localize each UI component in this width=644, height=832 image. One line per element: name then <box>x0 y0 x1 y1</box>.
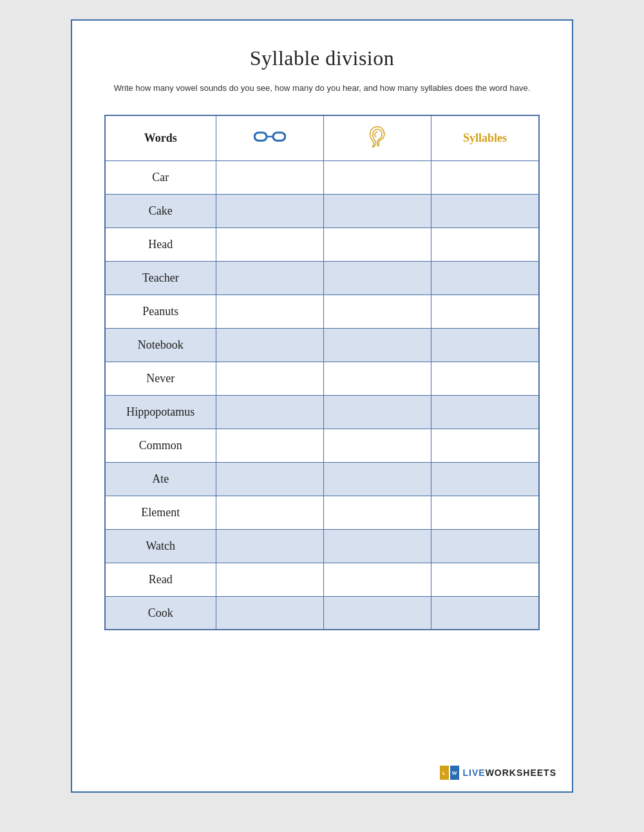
word-cell: Cook <box>105 596 216 630</box>
table-row: Read <box>105 563 539 596</box>
syllables-cell[interactable] <box>431 227 539 261</box>
hear-cell[interactable] <box>323 227 431 261</box>
header-see <box>216 115 323 161</box>
page-title: Syllable division <box>104 46 540 70</box>
see-cell[interactable] <box>216 496 323 529</box>
see-cell[interactable] <box>216 295 323 328</box>
logo-badge-left: L <box>440 766 449 780</box>
table-body: CarCakeHeadTeacherPeanutsNotebookNeverHi… <box>105 160 539 630</box>
see-cell[interactable] <box>216 328 323 362</box>
logo-text-colored: LIVE <box>463 768 486 778</box>
table-row: Peanuts <box>105 295 539 328</box>
see-cell[interactable] <box>216 227 323 261</box>
hear-cell[interactable] <box>323 362 431 395</box>
table-row: Cook <box>105 596 539 630</box>
hear-cell[interactable] <box>323 462 431 496</box>
see-cell[interactable] <box>216 529 323 563</box>
table-row: Cake <box>105 194 539 227</box>
syllables-cell[interactable] <box>431 295 539 328</box>
word-cell: Watch <box>105 529 216 563</box>
hear-cell[interactable] <box>323 529 431 563</box>
svg-line-4 <box>285 135 286 137</box>
word-cell: Hippopotamus <box>105 395 216 429</box>
syllables-cell[interactable] <box>431 462 539 496</box>
table-row: Notebook <box>105 328 539 362</box>
hear-cell[interactable] <box>323 261 431 295</box>
logo-badge-right: W <box>450 766 459 780</box>
header-words: Words <box>105 115 216 161</box>
word-cell: Notebook <box>105 328 216 362</box>
syllables-cell[interactable] <box>431 496 539 529</box>
hear-cell[interactable] <box>323 596 431 630</box>
word-cell: Head <box>105 227 216 261</box>
see-cell[interactable] <box>216 462 323 496</box>
hear-cell[interactable] <box>323 160 431 194</box>
ear-icon <box>367 125 388 148</box>
header-syllables: Syllables <box>431 115 539 161</box>
hear-cell[interactable] <box>323 295 431 328</box>
see-cell[interactable] <box>216 563 323 596</box>
syllables-cell[interactable] <box>431 362 539 395</box>
glasses-icon <box>254 128 286 146</box>
syllables-cell[interactable] <box>431 261 539 295</box>
table-row: Element <box>105 496 539 529</box>
word-cell: Peanuts <box>105 295 216 328</box>
logo-text: LIVEWORKSHEETS <box>463 768 556 778</box>
hear-cell[interactable] <box>323 496 431 529</box>
svg-rect-1 <box>273 133 285 141</box>
word-cell: Ate <box>105 462 216 496</box>
table-row: Hippopotamus <box>105 395 539 429</box>
hear-cell[interactable] <box>323 328 431 362</box>
table-row: Never <box>105 362 539 395</box>
svg-rect-0 <box>254 133 267 141</box>
syllables-cell[interactable] <box>431 395 539 429</box>
worksheet-page: Syllable division Write how many vowel s… <box>71 19 573 793</box>
syllables-cell[interactable] <box>431 596 539 630</box>
table-header-row: Words <box>105 115 539 161</box>
word-cell: Teacher <box>105 261 216 295</box>
table-row: Watch <box>105 529 539 563</box>
syllable-table: Words <box>104 115 540 631</box>
header-hear <box>323 115 431 161</box>
table-row: Common <box>105 429 539 462</box>
hear-cell[interactable] <box>323 194 431 227</box>
hear-cell[interactable] <box>323 395 431 429</box>
hear-cell[interactable] <box>323 429 431 462</box>
instructions-text: Write how many vowel sounds do you see, … <box>104 82 540 95</box>
word-cell: Never <box>105 362 216 395</box>
table-row: Head <box>105 227 539 261</box>
syllables-cell[interactable] <box>431 563 539 596</box>
see-cell[interactable] <box>216 362 323 395</box>
logo-area: L W LIVEWORKSHEETS <box>440 766 556 780</box>
syllables-cell[interactable] <box>431 429 539 462</box>
word-cell: Read <box>105 563 216 596</box>
syllables-cell[interactable] <box>431 529 539 563</box>
word-cell: Common <box>105 429 216 462</box>
word-cell: Cake <box>105 194 216 227</box>
see-cell[interactable] <box>216 429 323 462</box>
word-cell: Car <box>105 160 216 194</box>
hear-cell[interactable] <box>323 563 431 596</box>
see-cell[interactable] <box>216 160 323 194</box>
word-cell: Element <box>105 496 216 529</box>
syllables-cell[interactable] <box>431 160 539 194</box>
see-cell[interactable] <box>216 261 323 295</box>
see-cell[interactable] <box>216 194 323 227</box>
table-row: Ate <box>105 462 539 496</box>
svg-line-3 <box>254 135 254 137</box>
see-cell[interactable] <box>216 395 323 429</box>
syllables-cell[interactable] <box>431 194 539 227</box>
syllables-cell[interactable] <box>431 328 539 362</box>
see-cell[interactable] <box>216 596 323 630</box>
table-row: Teacher <box>105 261 539 295</box>
table-row: Car <box>105 160 539 194</box>
